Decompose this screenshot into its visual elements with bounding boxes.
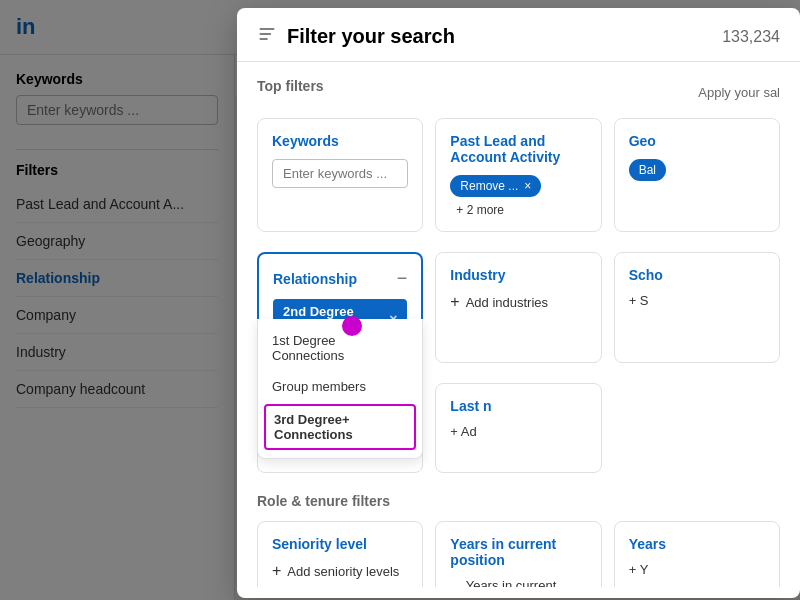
industry-plus-icon: +	[450, 293, 459, 311]
last-name-add-link[interactable]: + Ad	[450, 424, 586, 439]
industry-card: Industry + Add industries	[435, 252, 601, 363]
modal-header: Filter your search 133,234	[237, 8, 800, 62]
role-filters-grid: Seniority level + Add seniority levels Y…	[257, 521, 780, 587]
geography-tag[interactable]: Bal	[629, 159, 666, 181]
years-add-link[interactable]: + Y	[629, 562, 765, 577]
school-card: Scho + S	[614, 252, 780, 363]
keywords-card: Keywords	[257, 118, 423, 232]
years-current-add-link[interactable]: + Years in current position	[450, 578, 586, 587]
dropdown-item-3rd-degree[interactable]: 3rd Degree+ Connections	[264, 404, 416, 450]
dropdown-item-group-members[interactable]: Group members	[258, 371, 422, 402]
geography-card: Geo Bal	[614, 118, 780, 232]
years-card: Years + Y	[614, 521, 780, 587]
relationship-dropdown: 1st Degree Connections Group members 3rd…	[257, 319, 423, 459]
years-current-plus-icon: +	[450, 584, 459, 587]
past-lead-tag-label: Remove ...	[460, 179, 518, 193]
relationship-collapse-button[interactable]: −	[397, 268, 408, 289]
seniority-add-link[interactable]: + Add seniority levels	[272, 562, 408, 580]
past-lead-tag[interactable]: Remove ... ×	[450, 175, 541, 197]
second-filters-grid: Relationship − 2nd Degree Connections × …	[257, 252, 780, 363]
dropdown-item-1st-degree[interactable]: 1st Degree Connections	[258, 325, 422, 371]
years-add-label: + Y	[629, 562, 649, 577]
geography-card-title: Geo	[629, 133, 765, 149]
geography-tag-label: Bal	[639, 163, 656, 177]
last-name-card: Last n + Ad	[435, 383, 601, 473]
modal-title-area: Filter your search	[257, 24, 455, 49]
seniority-card: Seniority level + Add seniority levels	[257, 521, 423, 587]
seniority-card-title: Seniority level	[272, 536, 408, 552]
years-current-add-label: Years in current position	[466, 578, 587, 587]
top-filters-label: Top filters	[257, 78, 324, 94]
past-lead-tag-close[interactable]: ×	[524, 179, 531, 193]
modal-title-text: Filter your search	[287, 25, 455, 48]
modal-count: 133,234	[722, 28, 780, 46]
school-add-label: + S	[629, 293, 649, 308]
filter-modal: Filter your search 133,234 Top filters A…	[237, 8, 800, 598]
past-lead-card: Past Lead and Account Activity Remove ..…	[435, 118, 601, 232]
modal-body: Top filters Apply your sal Keywords Past…	[237, 62, 800, 587]
role-section-label: Role & tenure filters	[257, 493, 780, 509]
industry-card-title: Industry	[450, 267, 586, 283]
school-card-title: Scho	[629, 267, 765, 283]
cursor	[342, 316, 362, 336]
seniority-plus-icon: +	[272, 562, 281, 580]
industry-add-link[interactable]: + Add industries	[450, 293, 586, 311]
past-lead-card-title: Past Lead and Account Activity	[450, 133, 586, 165]
past-lead-plus-more[interactable]: + 2 more	[456, 203, 504, 217]
keywords-card-input[interactable]	[272, 159, 408, 188]
seniority-add-label: Add seniority levels	[287, 564, 399, 579]
years-current-card-title: Years in current position	[450, 536, 586, 568]
relationship-card: Relationship − 2nd Degree Connections × …	[257, 252, 423, 363]
industry-add-label: Add industries	[466, 295, 548, 310]
last-name-card-title: Last n	[450, 398, 586, 414]
apply-label: Apply your sal	[698, 85, 780, 100]
keywords-card-title: Keywords	[272, 133, 408, 149]
years-current-card: Years in current position + Years in cur…	[435, 521, 601, 587]
school-add-link[interactable]: + S	[629, 293, 765, 308]
relationship-card-title: Relationship −	[273, 268, 407, 289]
top-filters-grid: Keywords Past Lead and Account Activity …	[257, 118, 780, 232]
last-name-add-label: + Ad	[450, 424, 476, 439]
filter-icon	[257, 24, 277, 49]
years-card-title: Years	[629, 536, 765, 552]
